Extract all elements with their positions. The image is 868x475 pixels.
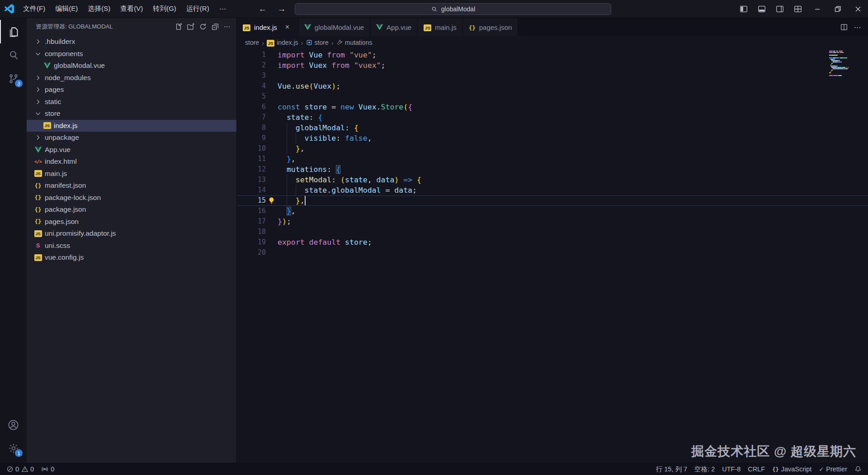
tree-item-main.js[interactable]: JSmain.js (27, 168, 236, 180)
tree-item-package.json[interactable]: {}package.json (27, 204, 236, 216)
new-folder-icon[interactable] (185, 21, 196, 32)
status-eol[interactable]: CRLF (744, 463, 769, 475)
editor[interactable]: 1import Vue from "vue";2import Vuex from… (237, 49, 868, 463)
minimize-button[interactable] (807, 0, 827, 18)
tree-item-node_modules[interactable]: node_modules (27, 72, 236, 84)
menu-edit[interactable]: 编辑(E) (50, 2, 83, 15)
close-icon[interactable]: × (283, 23, 292, 32)
tree-item-pages[interactable]: pages (27, 84, 236, 96)
refresh-icon[interactable] (197, 21, 208, 32)
close-button[interactable] (848, 0, 868, 18)
tree-item-store[interactable]: store (27, 108, 236, 120)
tree-item-package-lock.json[interactable]: {}package-lock.json (27, 192, 236, 204)
tab-label: pages.json (479, 24, 512, 31)
collapse-all-icon[interactable] (209, 21, 221, 32)
tree-item-static[interactable]: static (27, 96, 236, 108)
status-ports[interactable]: 0 (38, 463, 58, 475)
status-formatter[interactable]: ✓Prettier (815, 463, 851, 475)
menu-view[interactable]: 查看(V) (115, 2, 148, 15)
status-cursor-position[interactable]: 行 15, 列 7 (652, 463, 691, 475)
toggle-secondary-sidebar-icon[interactable] (771, 0, 789, 18)
code-line-11[interactable]: 11 }, (237, 154, 868, 164)
code-line-15[interactable]: 15 }, (237, 195, 868, 206)
tab-index.js[interactable]: JSindex.js× (237, 18, 298, 36)
code-line-3[interactable]: 3 (237, 71, 868, 81)
breadcrumb-mutations[interactable]: mutations (336, 39, 373, 46)
code-line-14[interactable]: 14 state.globalModal = data; (237, 185, 868, 195)
code-line-7[interactable]: 7 state: { (237, 112, 868, 123)
tree-item-vue.config.js[interactable]: JSvue.config.js (27, 252, 236, 264)
tree-item-uni.promisify.adaptor.js[interactable]: JSuni.promisify.adaptor.js (27, 228, 236, 240)
toggle-panel-icon[interactable] (753, 0, 771, 18)
code-line-4[interactable]: 4Vue.use(Vuex); (237, 81, 868, 91)
tab-globalModal.vue[interactable]: globalModal.vue (298, 18, 370, 36)
code-line-6[interactable]: 6const store = new Vuex.Store({ (237, 102, 868, 112)
menu-file[interactable]: 文件(F) (18, 2, 50, 15)
status-problems[interactable]: 0 0 (3, 463, 38, 475)
explorer-icon[interactable] (0, 20, 27, 43)
tree-item-index.js[interactable]: JSindex.js (27, 120, 236, 132)
tree-item-manifest.json[interactable]: {}manifest.json (27, 180, 236, 192)
breadcrumb-store[interactable]: store (245, 39, 259, 46)
code-line-17[interactable]: 17}); (237, 216, 868, 227)
code-line-19[interactable]: 19export default store; (237, 237, 868, 247)
restore-button[interactable] (827, 0, 848, 18)
code-line-18[interactable]: 18 (237, 227, 868, 237)
code-line-1[interactable]: 1import Vue from "vue"; (237, 50, 868, 60)
tree-item-.hbuilderx[interactable]: .hbuilderx (27, 36, 236, 48)
code-area[interactable]: 1import Vue from "vue";2import Vuex from… (237, 49, 868, 463)
code-token: } (287, 155, 291, 163)
toggle-primary-sidebar-icon[interactable] (735, 0, 753, 18)
minimap[interactable] (829, 50, 862, 77)
line-number: 6 (237, 102, 266, 112)
source-control-icon[interactable]: 3 (0, 67, 27, 90)
command-center-search[interactable]: globalModal (295, 3, 611, 15)
code-line-16[interactable]: 16 }, (237, 206, 868, 216)
code-line-20[interactable]: 20 (237, 247, 868, 258)
status-indentation[interactable]: 空格: 2 (691, 463, 718, 475)
code-line-2[interactable]: 2import Vuex from "vuex"; (237, 60, 868, 71)
tree-item-globalModal.vue[interactable]: globalModal.vue (27, 60, 236, 72)
tree-item-components[interactable]: components (27, 48, 236, 60)
lightbulb-icon[interactable] (268, 197, 275, 204)
breadcrumb-index.js[interactable]: JSindex.js (267, 39, 298, 47)
code-token (278, 165, 287, 174)
tab-App.vue[interactable]: App.vue (370, 18, 418, 36)
new-file-icon[interactable] (173, 21, 184, 32)
code-line-9[interactable]: 9 visible: false, (237, 133, 868, 143)
settings-gear-icon[interactable]: 1 (0, 437, 27, 460)
menu-goto[interactable]: 转到(G) (148, 2, 181, 15)
navigate-forward-icon[interactable]: → (276, 4, 288, 14)
code-token: ; (372, 51, 377, 59)
status-language[interactable]: {}JavaScript (769, 463, 815, 475)
code-line-8[interactable]: 8 globalModal: { (237, 123, 868, 133)
tab-main.js[interactable]: JSmain.js (418, 18, 463, 36)
status-encoding[interactable]: UTF-8 (718, 463, 744, 475)
menu-run[interactable]: 运行(R) (181, 2, 214, 15)
code-token (340, 238, 345, 247)
breadcrumb-store[interactable]: store (306, 39, 329, 46)
menu-more[interactable]: ⋯ (214, 3, 231, 15)
account-icon[interactable] (0, 413, 27, 437)
code-line-5[interactable]: 5 (237, 91, 868, 102)
tree-item-index.html[interactable]: </>index.html (27, 156, 236, 168)
more-icon[interactable]: ⋯ (222, 21, 233, 32)
tab-label: App.vue (387, 24, 411, 31)
menu-selection[interactable]: 选择(S) (83, 2, 115, 15)
tree-item-unpackage[interactable]: unpackage (27, 132, 236, 144)
tree-item-uni.scss[interactable]: Suni.scss (27, 240, 236, 252)
editor-more-actions-icon[interactable]: ⋯ (852, 21, 863, 33)
tree-item-pages.json[interactable]: {}pages.json (27, 216, 236, 228)
split-editor-icon[interactable] (838, 21, 850, 33)
customize-layout-icon[interactable] (789, 0, 807, 18)
code-line-13[interactable]: 13 setModal: (state, data) => { (237, 175, 868, 185)
code-text: import Vuex from "vuex"; (278, 60, 385, 71)
code-line-10[interactable]: 10 }, (237, 143, 868, 154)
code-text: }); (278, 216, 291, 227)
navigate-back-icon[interactable]: ← (257, 4, 269, 14)
tab-pages.json[interactable]: {}pages.json (463, 18, 519, 36)
search-sidebar-icon[interactable] (0, 43, 27, 67)
status-notifications[interactable] (851, 463, 865, 475)
tree-item-App.vue[interactable]: App.vue (27, 144, 236, 156)
code-line-12[interactable]: 12 mutations: { (237, 164, 868, 175)
